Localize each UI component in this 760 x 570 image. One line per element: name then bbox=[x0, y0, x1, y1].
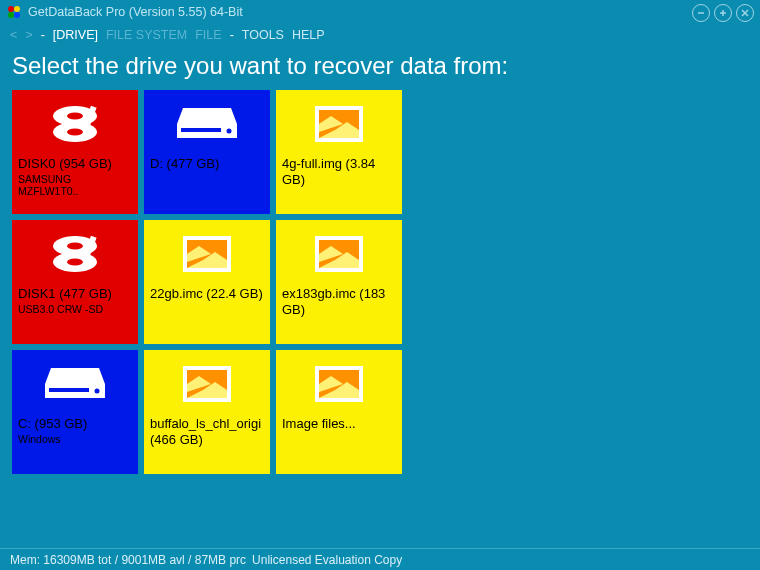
status-bar: Mem: 16309MB tot / 9001MB avl / 87MB prc… bbox=[0, 548, 760, 570]
menu-tools[interactable]: TOOLS bbox=[242, 28, 284, 42]
menu-drive[interactable]: [DRIVE] bbox=[53, 28, 98, 42]
menu-sep-2: - bbox=[230, 28, 234, 42]
nav-forward[interactable]: > bbox=[25, 28, 32, 42]
menubar: < > - [DRIVE] FILE SYSTEM FILE - TOOLS H… bbox=[0, 24, 760, 46]
tile-label: 22gb.imc (22.4 GB) bbox=[150, 286, 264, 302]
tile-label: C: (953 GB) bbox=[18, 416, 132, 432]
app-icon bbox=[6, 4, 22, 20]
svg-point-2 bbox=[8, 12, 14, 18]
svg-point-25 bbox=[67, 243, 83, 250]
drive-icon bbox=[150, 96, 264, 152]
svg-point-23 bbox=[67, 259, 83, 266]
svg-rect-37 bbox=[49, 388, 89, 392]
window-buttons bbox=[692, 4, 754, 22]
tile-label: ex183gb.imc (183 GB) bbox=[282, 286, 396, 319]
minimize-button[interactable] bbox=[692, 4, 710, 22]
menu-sep-1: - bbox=[41, 28, 45, 42]
drive-icon bbox=[18, 356, 132, 412]
window-title: GetDataBack Pro (Version 5.55) 64-Bit bbox=[28, 5, 243, 19]
tile-label: Image files... bbox=[282, 416, 396, 432]
close-button[interactable] bbox=[736, 4, 754, 22]
tile-label: D: (477 GB) bbox=[150, 156, 264, 172]
tile-sublabel: USB3.0 CRW -SD bbox=[18, 304, 132, 316]
svg-point-1 bbox=[14, 6, 20, 12]
titlebar: GetDataBack Pro (Version 5.55) 64-Bit bbox=[0, 0, 760, 24]
drive-tile-4[interactable]: 22gb.imc (22.4 GB) bbox=[144, 220, 270, 344]
hard-disk-icon bbox=[18, 96, 132, 152]
drive-tile-7[interactable]: buffalo_ls_chl_origi (466 GB) bbox=[144, 350, 270, 474]
svg-point-38 bbox=[95, 389, 100, 394]
page-heading: Select the drive you want to recover dat… bbox=[0, 46, 760, 90]
tile-label: buffalo_ls_chl_origi (466 GB) bbox=[150, 416, 264, 449]
svg-point-10 bbox=[67, 129, 83, 136]
svg-point-3 bbox=[14, 12, 20, 18]
drive-tile-3[interactable]: DISK1 (477 GB) USB3.0 CRW -SD bbox=[12, 220, 138, 344]
menu-filesystem[interactable]: FILE SYSTEM bbox=[106, 28, 187, 42]
image-file-icon bbox=[282, 226, 396, 282]
svg-point-0 bbox=[8, 6, 14, 12]
drive-tile-6[interactable]: C: (953 GB) Windows bbox=[12, 350, 138, 474]
status-license: Unlicensed Evaluation Copy bbox=[252, 553, 402, 567]
image-file-icon bbox=[150, 356, 264, 412]
tile-label: DISK1 (477 GB) bbox=[18, 286, 132, 302]
status-memory: Mem: 16309MB tot / 9001MB avl / 87MB prc bbox=[10, 553, 246, 567]
drive-grid: DISK0 (954 GB) SAMSUNG MZFLW1T0.. D: (47… bbox=[0, 90, 760, 474]
image-file-icon bbox=[150, 226, 264, 282]
drive-tile-0[interactable]: DISK0 (954 GB) SAMSUNG MZFLW1T0.. bbox=[12, 90, 138, 214]
menu-file[interactable]: FILE bbox=[195, 28, 221, 42]
tile-label: 4g-full.img (3.84 GB) bbox=[282, 156, 396, 189]
svg-marker-35 bbox=[45, 368, 105, 384]
drive-tile-2[interactable]: 4g-full.img (3.84 GB) bbox=[276, 90, 402, 214]
svg-point-12 bbox=[67, 113, 83, 120]
maximize-button[interactable] bbox=[714, 4, 732, 22]
svg-marker-14 bbox=[177, 108, 237, 124]
tile-sublabel: Windows bbox=[18, 434, 132, 446]
drive-tile-1[interactable]: D: (477 GB) bbox=[144, 90, 270, 214]
tile-label: DISK0 (954 GB) bbox=[18, 156, 132, 172]
drive-tile-5[interactable]: ex183gb.imc (183 GB) bbox=[276, 220, 402, 344]
image-file-icon bbox=[282, 356, 396, 412]
drive-tile-8[interactable]: Image files... bbox=[276, 350, 402, 474]
svg-point-17 bbox=[227, 129, 232, 134]
hard-disk-icon bbox=[18, 226, 132, 282]
nav-back[interactable]: < bbox=[10, 28, 17, 42]
tile-sublabel: SAMSUNG MZFLW1T0.. bbox=[18, 174, 132, 197]
menu-help[interactable]: HELP bbox=[292, 28, 325, 42]
image-file-icon bbox=[282, 96, 396, 152]
svg-rect-16 bbox=[181, 128, 221, 132]
